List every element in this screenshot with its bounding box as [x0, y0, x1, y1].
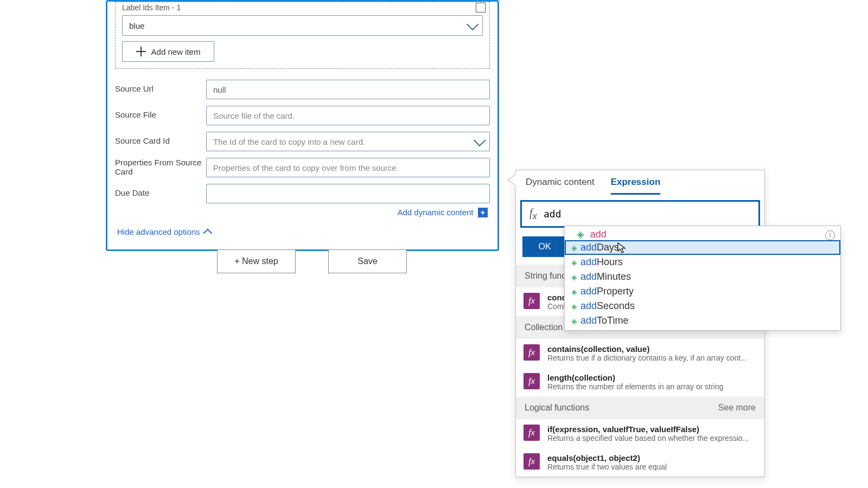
input-due-date[interactable]: [206, 184, 490, 203]
ac-prefix: add: [580, 256, 597, 268]
autocomplete-item[interactable]: ◈addDays: [565, 240, 840, 255]
function-description: Returns true if two values are equal: [547, 463, 667, 471]
function-description: Returns a specified value based on wheth…: [547, 434, 749, 442]
function-item[interactable]: fx equals(object1, object2) Returns true…: [516, 448, 764, 477]
cube-icon: ◈: [571, 243, 577, 252]
hide-advanced-label: Hide advanced options: [117, 227, 200, 236]
fx-badge-icon: fx: [524, 373, 540, 389]
ac-suffix: Days: [597, 242, 619, 253]
cube-icon: ◈: [571, 317, 577, 325]
chevron-up-icon: [203, 228, 212, 237]
ac-prefix: add: [580, 242, 597, 253]
label-props-source: Properties From Source Card: [115, 158, 202, 176]
ac-suffix: Minutes: [597, 271, 631, 282]
autocomplete-header: ◈ add: [565, 228, 840, 240]
placeholder-source-card-id: The Id of the card to copy into a new ca…: [213, 137, 365, 146]
panel-tabs: Dynamic content Expression: [516, 170, 764, 195]
placeholder-source-file: Source file of the card.: [213, 111, 295, 120]
function-item[interactable]: fx length(collection) Returns the number…: [516, 368, 764, 396]
row-source-url: Source Url null: [107, 76, 497, 102]
section-title: Collection: [525, 323, 563, 332]
section-title: Logical functions: [525, 403, 589, 413]
row-source-file: Source File Source file of the card.: [107, 102, 497, 129]
panel-caret-icon: [508, 175, 516, 185]
label-source-card-id: Source Card Id: [115, 132, 202, 145]
ac-suffix: Seconds: [597, 300, 635, 312]
input-source-file[interactable]: Source file of the card.: [206, 106, 490, 125]
new-step-button[interactable]: + New step: [217, 249, 296, 273]
add-dynamic-content-row: Add dynamic content +: [107, 207, 497, 223]
function-signature: equals(object1, object2): [547, 453, 667, 463]
hide-advanced-toggle[interactable]: Hide advanced options: [107, 223, 497, 242]
label-due-date: Due Date: [115, 184, 202, 197]
value-source-url: null: [213, 85, 226, 94]
add-new-item-button[interactable]: Add new item: [122, 41, 214, 62]
fx-badge-icon: fx: [524, 293, 540, 309]
detach-icon[interactable]: [476, 3, 486, 12]
cube-icon: ◈: [571, 287, 577, 296]
add-dynamic-content-link[interactable]: Add dynamic content: [397, 208, 473, 217]
mouse-cursor-icon: [617, 242, 626, 254]
section-header-logical: Logical functions See more: [516, 396, 764, 419]
label-ids-group: Label Ids Item - 1 blue Add new item: [115, 2, 490, 69]
fx-icon: fx: [525, 207, 541, 222]
label-source-file: Source File: [115, 106, 202, 119]
label-ids-value: blue: [129, 21, 144, 30]
ac-prefix: add: [580, 271, 597, 282]
function-description: Returns the number of elements in an arr…: [547, 382, 724, 391]
function-signature: if(expression, valueIfTrue, valueIfFalse…: [547, 425, 749, 434]
cube-icon: ◈: [571, 273, 577, 281]
cube-icon: ◈: [571, 258, 577, 267]
label-ids-title: Label Ids Item - 1: [122, 2, 483, 15]
fx-badge-icon: fx: [524, 453, 540, 470]
input-source-card-id[interactable]: The Id of the card to copy into a new ca…: [206, 132, 490, 151]
function-signature: length(collection): [547, 373, 724, 382]
function-description: Returns true if a dictionary contains a …: [547, 354, 747, 362]
autocomplete-popup: i ◈ add ◈addDays◈addHours◈addMinutes◈add…: [564, 226, 841, 331]
ac-suffix: ToTime: [597, 315, 628, 326]
cube-icon: ◈: [571, 302, 577, 311]
flow-footer-buttons: + New step Save: [217, 249, 407, 273]
row-props-source: Properties From Source Card Properties o…: [107, 155, 497, 181]
chevron-down-icon: [474, 134, 486, 147]
label-ids-dropdown[interactable]: blue: [122, 15, 483, 36]
info-icon[interactable]: i: [825, 230, 835, 240]
autocomplete-item[interactable]: ◈addProperty: [565, 284, 840, 299]
tab-expression[interactable]: Expression: [611, 177, 661, 195]
see-more-link[interactable]: See more: [718, 403, 756, 413]
autocomplete-item[interactable]: ◈addToTime: [565, 313, 840, 328]
ok-button[interactable]: OK: [522, 236, 567, 257]
fx-badge-icon: fx: [524, 425, 540, 441]
function-item[interactable]: fx if(expression, valueIfTrue, valueIfFa…: [516, 419, 764, 448]
ac-suffix: Property: [597, 286, 634, 297]
autocomplete-item[interactable]: ◈addHours: [565, 255, 840, 269]
expression-input-wrapper: fx: [520, 200, 760, 228]
action-card: Label Ids Item - 1 blue Add new item Sou…: [106, 0, 499, 251]
placeholder-props-source: Properties of the card to copy over from…: [213, 163, 399, 172]
label-source-url: Source Url: [115, 80, 202, 93]
autocomplete-item[interactable]: ◈addMinutes: [565, 269, 840, 284]
tab-dynamic-content[interactable]: Dynamic content: [526, 177, 595, 195]
chevron-down-icon: [467, 18, 479, 31]
function-signature: contains(collection, value): [547, 344, 747, 354]
function-item[interactable]: fx contains(collection, value) Returns t…: [516, 339, 764, 368]
expression-input[interactable]: [541, 205, 755, 223]
fx-badge-icon: fx: [524, 344, 540, 361]
ac-suffix: Hours: [597, 256, 623, 268]
add-new-item-label: Add new item: [151, 47, 201, 56]
row-source-card-id: Source Card Id The Id of the card to cop…: [107, 129, 497, 155]
plus-icon: [136, 47, 146, 56]
ac-prefix: add: [580, 315, 597, 326]
save-button[interactable]: Save: [328, 249, 407, 273]
autocomplete-item[interactable]: ◈addSeconds: [565, 299, 840, 313]
input-source-url[interactable]: null: [206, 80, 490, 99]
ac-prefix: add: [580, 300, 597, 312]
ac-prefix: add: [580, 286, 597, 297]
row-due-date: Due Date: [107, 181, 497, 207]
input-props-source[interactable]: Properties of the card to copy over from…: [206, 158, 490, 177]
add-dynamic-content-icon[interactable]: +: [478, 208, 488, 217]
